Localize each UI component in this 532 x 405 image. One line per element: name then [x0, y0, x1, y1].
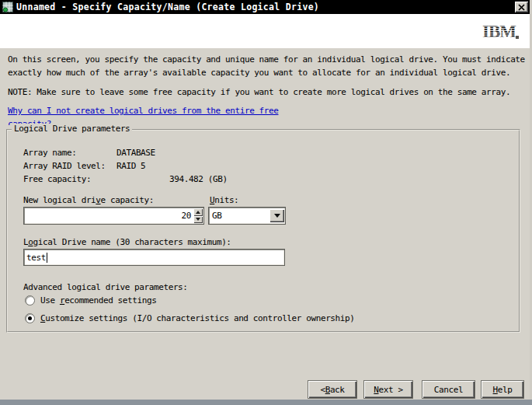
- help-button[interactable]: Help: [481, 380, 524, 399]
- array-name-row: Array name: DATABASE: [23, 148, 334, 158]
- raid-level-label: Array RAID level:: [23, 161, 106, 171]
- radio-recommended-label: Use recommended settings: [40, 295, 156, 305]
- close-icon: [518, 4, 525, 11]
- group-title: Logical Drive parameters: [12, 124, 132, 134]
- spin-up-button[interactable]: [193, 208, 203, 216]
- radio-recommended-settings[interactable]: Use recommended settings: [25, 295, 156, 305]
- radio-customize-settings[interactable]: Customize settings (I/O characteristics …: [25, 313, 354, 323]
- app-icon: [2, 2, 13, 12]
- spin-down-button[interactable]: [193, 216, 203, 224]
- intro-line-2: exactly how much of the array's availabl…: [8, 68, 510, 78]
- units-value: GB: [209, 211, 269, 221]
- free-capacity-value: 394.482 (GB): [169, 174, 228, 184]
- raid-level-value: RAID 5: [116, 161, 145, 171]
- logical-drive-parameters-group: Logical Drive parameters Array name: DAT…: [6, 129, 520, 333]
- svg-text:IBM: IBM: [482, 23, 516, 41]
- cancel-button[interactable]: Cancel: [422, 380, 475, 399]
- back-button[interactable]: < Back: [308, 380, 357, 399]
- intro-line-1: On this screen, you specify the capacity…: [8, 54, 525, 65]
- raid-level-row: Array RAID level: RAID 5: [23, 161, 334, 171]
- radio-circle[interactable]: [25, 313, 35, 323]
- next-button[interactable]: Next >: [363, 380, 413, 399]
- radio-customize-label: Customize settings (I/O characteristics …: [40, 313, 354, 323]
- chevron-down-icon: [274, 214, 280, 218]
- capacity-spinner[interactable]: 20: [23, 207, 204, 225]
- title-bar: Unnamed - Specify Capacity/Name (Create …: [0, 0, 532, 14]
- free-capacity-row: Free capacity: 394.482 (GB): [23, 174, 334, 184]
- brand-band: IBM: [0, 14, 532, 48]
- help-link[interactable]: Why can I not create logical drives from…: [8, 104, 334, 125]
- dialog-window: Unnamed - Specify Capacity/Name (Create …: [0, 0, 532, 405]
- capacity-value[interactable]: 20: [24, 211, 193, 221]
- spin-up-icon: [196, 211, 200, 214]
- drive-name-input[interactable]: test: [23, 249, 285, 266]
- ibm-logo-icon: IBM: [482, 23, 520, 44]
- array-name-value: DATABASE: [116, 148, 155, 158]
- help-link-line-1[interactable]: Why can I not create logical drives from…: [8, 104, 334, 117]
- free-capacity-label: Free capacity:: [23, 174, 91, 184]
- window-title: Unnamed - Specify Capacity/Name (Create …: [16, 2, 319, 12]
- spin-down-icon: [196, 218, 200, 221]
- note-line: NOTE: Make sure to leave some free capac…: [8, 87, 510, 97]
- capacity-label: New logical drive capacity:: [23, 195, 154, 205]
- units-dropdown-button[interactable]: [269, 209, 284, 222]
- advanced-label: Advanced logical drive parameters:: [23, 282, 188, 292]
- drive-name-value: test: [26, 253, 46, 263]
- drive-name-label: Logical Drive name (30 characters maximu…: [23, 237, 231, 247]
- units-combobox[interactable]: GB: [208, 207, 286, 225]
- radio-circle[interactable]: [25, 295, 35, 305]
- array-name-label: Array name:: [23, 148, 76, 158]
- window-bottom-edge: [0, 400, 532, 405]
- units-label: Units:: [210, 195, 238, 205]
- close-button[interactable]: [515, 2, 528, 12]
- text-caret: [47, 253, 47, 263]
